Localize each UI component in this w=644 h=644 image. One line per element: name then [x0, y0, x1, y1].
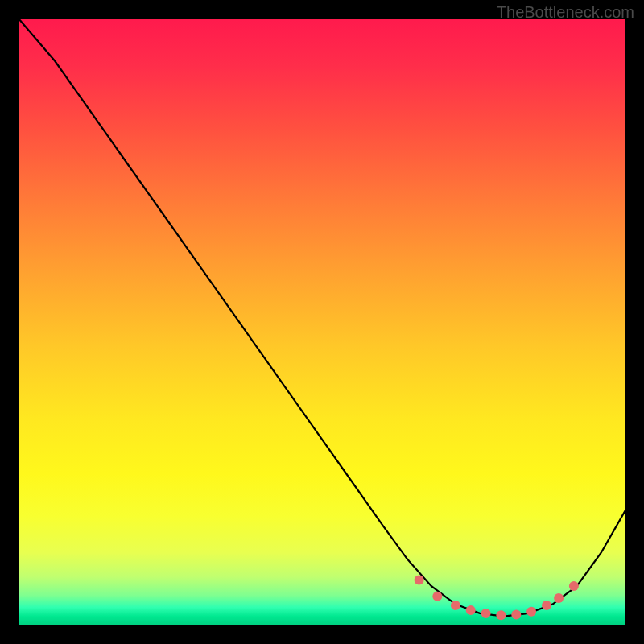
highlight-dot [511, 609, 521, 619]
highlight-dot [526, 607, 536, 617]
highlight-dot [451, 601, 460, 610]
highlight-dot [542, 601, 551, 610]
highlight-dot [481, 609, 491, 618]
highlight-dot [569, 581, 579, 591]
watermark-text: TheBottleneck.com [497, 3, 634, 22]
chart-svg [19, 19, 625, 625]
highlight-dots [415, 576, 579, 621]
highlight-dot [496, 610, 506, 620]
curve-line [19, 19, 625, 617]
highlight-dot [466, 605, 476, 615]
highlight-dot [415, 576, 424, 585]
highlight-dot [432, 592, 442, 601]
plot-area [19, 19, 625, 625]
highlight-dot [554, 593, 564, 603]
